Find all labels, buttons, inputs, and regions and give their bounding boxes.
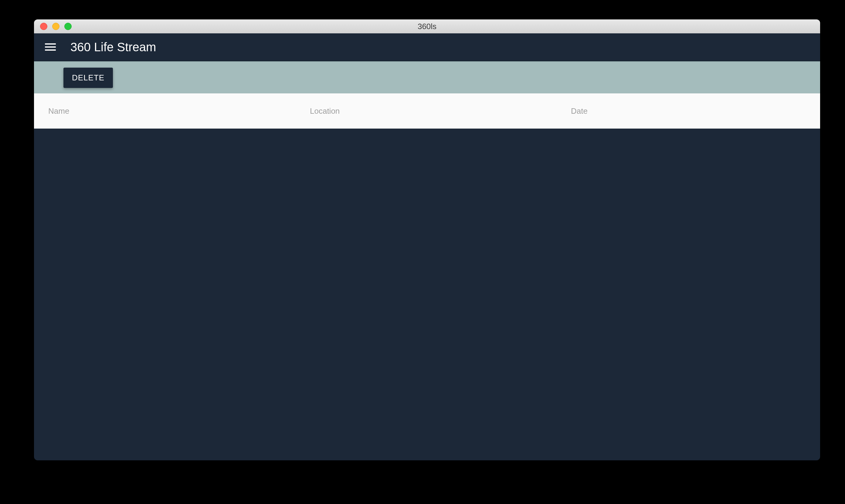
traffic-lights xyxy=(34,23,72,30)
toolbar: DELETE xyxy=(34,61,820,93)
title-bar: 360ls xyxy=(34,19,820,33)
maximize-window-button[interactable] xyxy=(64,23,72,30)
column-header-name[interactable]: Name xyxy=(48,106,310,116)
delete-button[interactable]: DELETE xyxy=(64,68,113,88)
minimize-window-button[interactable] xyxy=(52,23,59,30)
close-window-button[interactable] xyxy=(40,23,47,30)
app-title: 360 Life Stream xyxy=(70,40,156,54)
table-header-row: Name Location Date xyxy=(34,93,820,129)
app-bar: 360 Life Stream xyxy=(34,33,820,61)
hamburger-menu-icon[interactable] xyxy=(45,41,56,52)
app-window: 360ls 360 Life Stream DELETE Name Locati… xyxy=(34,19,820,460)
column-header-location[interactable]: Location xyxy=(310,106,571,116)
window-title: 360ls xyxy=(418,22,436,31)
column-header-date[interactable]: Date xyxy=(571,106,820,116)
